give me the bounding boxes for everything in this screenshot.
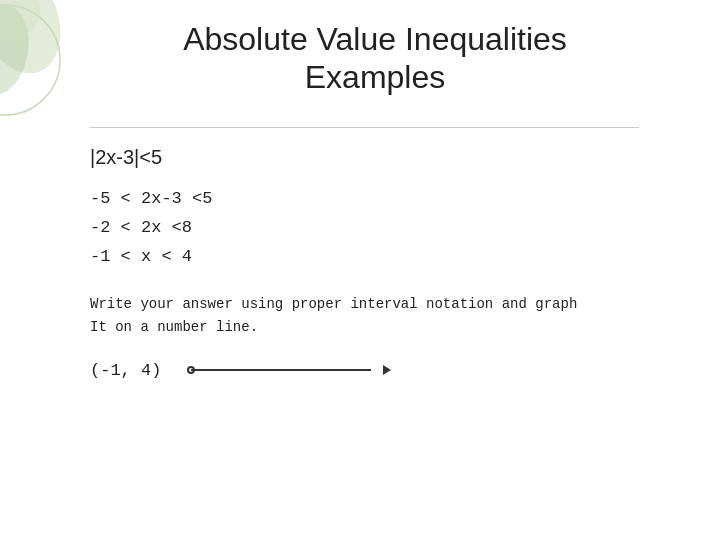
title-section: Absolute Value Inequalities Examples (90, 20, 700, 97)
corner-decoration (0, 0, 80, 120)
instruction-line1: Write your answer using proper interval … (90, 293, 700, 315)
number-line-arrow (383, 365, 391, 375)
answer-section: (-1, 4) (90, 360, 700, 380)
instruction-line2: It on a number line. (90, 316, 700, 338)
step-3: -1 < x < 4 (90, 243, 700, 272)
page-title: Absolute Value Inequalities Examples (90, 20, 660, 97)
problem-label: |2x-3|<5 (90, 146, 700, 169)
step-1: -5 < 2x-3 <5 (90, 185, 700, 214)
number-line-bar (191, 369, 371, 371)
answer-label: (-1, 4) (90, 361, 161, 380)
number-line (191, 360, 391, 380)
main-content: Absolute Value Inequalities Examples |2x… (90, 20, 700, 520)
step-2: -2 < 2x <8 (90, 214, 700, 243)
divider (90, 127, 639, 128)
instruction-text: Write your answer using proper interval … (90, 293, 700, 338)
steps-block: -5 < 2x-3 <5 -2 < 2x <8 -1 < x < 4 (90, 185, 700, 272)
